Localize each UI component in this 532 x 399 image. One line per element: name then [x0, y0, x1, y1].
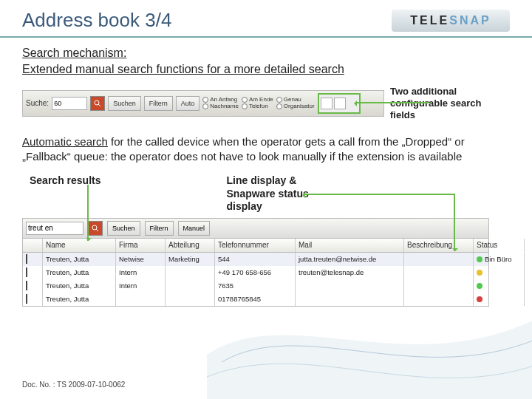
results-toolbar: Suchen Filtern Manuel	[23, 219, 488, 238]
label-search-results: Search results	[30, 174, 101, 214]
col-telefon[interactable]: Telefonnummer	[215, 239, 296, 252]
radio-organisator[interactable]	[276, 103, 282, 109]
results-search-icon-button[interactable]	[88, 221, 103, 236]
row-line-icon	[23, 293, 43, 306]
cell-abteilung	[166, 266, 215, 279]
row-line-icon	[23, 253, 43, 266]
cell-firma	[116, 293, 166, 306]
slide-header: Address book 3/4 TELESNAP	[0, 0, 532, 38]
row-line-icon	[23, 266, 43, 279]
filtern-button[interactable]: Filtern	[144, 96, 173, 111]
doc-number: Doc. No. : TS 2009-07-10-0062	[22, 381, 125, 389]
results-search-input[interactable]	[26, 222, 83, 235]
cell-status	[474, 266, 525, 279]
cell-mail	[296, 293, 404, 306]
results-manual-button[interactable]: Manuel	[178, 221, 211, 236]
results-suchen-button[interactable]: Suchen	[107, 221, 140, 236]
cell-firma: Intern	[116, 279, 166, 293]
radio-ende[interactable]	[242, 97, 248, 103]
cell-status: Bin Büro	[474, 253, 525, 266]
cell-telefon: 544	[215, 253, 296, 266]
cell-mail	[296, 279, 404, 293]
search-icon-button[interactable]	[90, 96, 105, 111]
col-beschreibung[interactable]: Beschreibung	[404, 239, 474, 252]
cell-telefon: 7635	[215, 279, 296, 293]
cell-abteilung: Marketing	[166, 253, 215, 266]
results-table: Suchen Filtern Manuel Name Firma Abteilu…	[22, 218, 489, 307]
cell-firma: Intern	[116, 266, 166, 279]
cell-abteilung	[166, 279, 215, 293]
cell-name: Treuten, Jutta	[43, 253, 116, 266]
cell-beschreibung	[404, 293, 474, 306]
status-dot-icon	[477, 296, 482, 302]
cell-name: Treuten, Jutta	[43, 266, 116, 279]
cell-abteilung	[166, 293, 215, 306]
results-filtern-button[interactable]: Filtern	[145, 221, 174, 236]
col-status[interactable]: Status	[474, 239, 525, 252]
cell-name: Treuten, Jutta	[43, 293, 116, 306]
col-name[interactable]: Name	[43, 239, 116, 252]
col-mail[interactable]: Mail	[296, 239, 404, 252]
cell-name: Treuten, Jutta	[43, 279, 116, 293]
auto-button[interactable]: Auto	[176, 96, 200, 111]
cell-status	[474, 279, 525, 293]
col-abteilung[interactable]: Abteilung	[166, 239, 215, 252]
table-row[interactable]: Treuten, Jutta01788765845	[23, 293, 488, 306]
radio-anfang[interactable]	[202, 97, 208, 103]
radio-nachname[interactable]	[202, 103, 208, 109]
search-toolbar-extended: Suche: Suchen Filtern Auto An Anfang Nac…	[22, 90, 384, 117]
cell-beschreibung	[404, 279, 474, 293]
table-header-row: Name Firma Abteilung Telefonnummer Mail …	[23, 238, 488, 253]
search-label: Suche:	[26, 99, 49, 107]
match-middle-radios: Am Ende Telefon	[242, 97, 273, 110]
page-title: Address book 3/4	[22, 9, 171, 32]
radio-genau[interactable]	[276, 97, 282, 103]
cell-beschreibung	[404, 253, 474, 266]
table-row[interactable]: Treuten, JuttaIntern7635	[23, 279, 488, 293]
cell-beschreibung	[404, 266, 474, 279]
status-dot-icon	[477, 283, 482, 289]
suchen-button[interactable]: Suchen	[108, 96, 141, 111]
match-position-radios: An Anfang Nachname	[202, 97, 239, 110]
callout-arrow-results	[87, 185, 89, 241]
col-firma[interactable]: Firma	[116, 239, 166, 252]
extra-field-2[interactable]	[334, 98, 346, 109]
auto-search-paragraph: Automatic search for the called device w…	[22, 134, 510, 165]
match-right-radios: Genau Organisator	[276, 97, 315, 110]
table-row[interactable]: Treuten, JuttaNetwiseMarketing544jutta.t…	[23, 253, 488, 266]
cell-telefon: 01788765845	[215, 293, 296, 306]
cell-mail: treuten@telesnap.de	[296, 266, 404, 279]
section-subheading: Search mechanism: Extended manual search…	[22, 45, 510, 78]
table-row[interactable]: Treuten, JuttaIntern+49 170 658-656treut…	[23, 266, 488, 279]
extra-field-1[interactable]	[321, 98, 332, 109]
svg-line-3	[96, 229, 98, 231]
row-line-icon	[23, 279, 43, 293]
callout-arrow-status	[304, 194, 455, 195]
radio-telefon[interactable]	[242, 103, 248, 109]
cell-telefon: +49 170 658-656	[215, 266, 296, 279]
status-dot-icon	[477, 256, 482, 262]
callout-extra-fields: Two additional configurable search field…	[390, 86, 501, 122]
status-dot-icon	[477, 270, 482, 276]
cell-status	[474, 293, 525, 306]
telesnap-logo: TELESNAP	[392, 10, 510, 32]
cell-firma: Netwise	[116, 253, 166, 266]
search-input[interactable]	[52, 97, 87, 110]
svg-line-1	[98, 104, 100, 106]
cell-mail: jutta.treuten@netwise.de	[296, 253, 404, 266]
callout-arrow-extra-fields	[355, 102, 429, 103]
